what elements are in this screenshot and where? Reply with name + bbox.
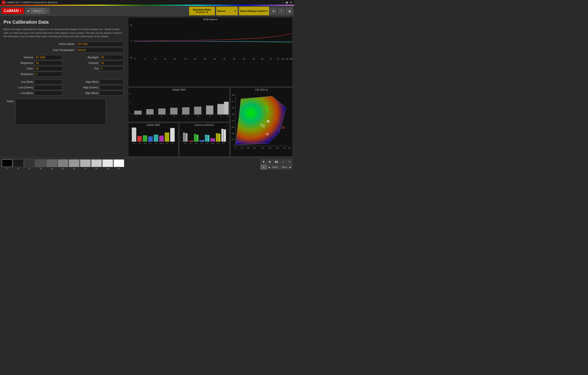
svg-rect-59	[148, 136, 153, 141]
source-dropdown[interactable]: Source ▼	[216, 7, 238, 15]
swatch-10[interactable]: 10	[13, 159, 24, 170]
ddc-dropdown[interactable]: Direct Display Control ▼	[239, 7, 269, 15]
history-tab[interactable]: History 1	[31, 8, 45, 14]
svg-rect-82	[200, 140, 202, 142]
help-button[interactable]: ?	[278, 8, 284, 14]
low-green-label: Low (Green):	[14, 86, 33, 89]
nav-prev-button[interactable]: ◀	[26, 8, 30, 14]
swatch-box-20[interactable]	[24, 159, 35, 167]
swatch-60[interactable]: 60	[69, 159, 80, 170]
svg-text:0.1: 0.1	[232, 139, 234, 141]
svg-marker-118	[236, 96, 286, 145]
svg-text:0.1: 0.1	[241, 147, 243, 149]
back-button[interactable]: ◀ Back	[267, 165, 280, 170]
svg-rect-45	[194, 107, 201, 115]
nav-stop-button[interactable]: ■	[261, 159, 266, 164]
current-patch-indicator[interactable]: ■	[261, 165, 267, 170]
svg-text:5: 5	[130, 102, 131, 105]
swatch-box-70[interactable]	[80, 159, 91, 167]
svg-text:0.7: 0.7	[232, 100, 234, 103]
add-tab-button[interactable]: +	[45, 8, 49, 14]
settings-button[interactable]: ⚙	[270, 8, 277, 14]
nav-pause-button[interactable]: ▮▮	[273, 159, 279, 164]
notes-label: Notes:	[3, 99, 14, 125]
nav-refresh-button[interactable]: ↻	[286, 159, 292, 164]
toolbar: CalMAN ▼ ◀ History 1 + Simulated Meter S…	[0, 5, 294, 16]
swatch-box-10[interactable]	[13, 159, 24, 167]
high-blue-input[interactable]	[100, 91, 123, 96]
low-green-input[interactable]	[34, 85, 62, 90]
svg-rect-63	[159, 136, 164, 141]
svg-text:0.5: 0.5	[269, 147, 272, 149]
rgb-balance-chart: RGB Balance 50 0 -50 0 5 10 15 20 25 30 …	[128, 17, 293, 87]
svg-rect-55	[137, 136, 142, 141]
swatch-box-80[interactable]	[91, 159, 102, 167]
title-bar: CM CalMAN 2017 CalMAN Professional for B…	[0, 0, 294, 5]
svg-text:40: 40	[214, 58, 216, 60]
history-tab-label: History 1	[33, 10, 42, 12]
low-red-row: Low (Red):	[3, 80, 62, 84]
svg-text:0: 0	[181, 140, 181, 142]
swatch-70[interactable]: 70	[80, 159, 91, 170]
swatch-100[interactable]: 100	[114, 159, 124, 170]
cie-chart: CIE 1931 xy	[230, 87, 293, 157]
high-green-label: High (Green):	[80, 86, 99, 89]
collapse-button[interactable]: ◀	[286, 8, 292, 14]
swatch-box-0[interactable]	[2, 159, 12, 167]
svg-text:-50: -50	[129, 56, 132, 58]
swatch-box-100[interactable]	[114, 159, 124, 167]
svg-rect-61	[154, 135, 158, 142]
high-red-input[interactable]	[100, 80, 123, 84]
brightness-input[interactable]	[34, 61, 62, 65]
high-green-input[interactable]	[100, 85, 123, 90]
picture-mode-input[interactable]	[76, 42, 123, 46]
svg-text:1: 1	[181, 128, 181, 129]
swatch-box-40[interactable]	[46, 159, 57, 167]
backlight-input[interactable]	[100, 55, 123, 60]
close-button[interactable]: ✕	[290, 1, 292, 4]
swatch-box-90[interactable]	[102, 159, 113, 167]
svg-text:20: 20	[161, 115, 162, 117]
swatch-50[interactable]: 50	[58, 159, 68, 170]
swatch-80[interactable]: 80	[91, 159, 102, 170]
svg-text:15: 15	[164, 58, 166, 60]
gamma-input[interactable]	[34, 55, 62, 60]
swatch-box-60[interactable]	[69, 159, 80, 167]
low-blue-input[interactable]	[34, 91, 62, 96]
cie-svg: 0.8 0.7 0.6 0.5 0.4 0.3 0.2 0.1 0 0 0.1 …	[231, 92, 293, 156]
next-button[interactable]: Next ▶	[280, 165, 292, 170]
low-green-row: Low (Green):	[3, 85, 62, 90]
swatch-30[interactable]: 30	[35, 159, 46, 170]
page-title: Pre Calibration Data	[3, 19, 123, 25]
svg-rect-77	[191, 141, 193, 142]
nav-loop-button[interactable]: ∞	[280, 159, 286, 164]
app-title: CalMAN 2017 CalMAN Professional for Busi…	[6, 1, 58, 4]
color-input[interactable]	[34, 66, 62, 71]
swatch-0[interactable]: 0	[2, 159, 12, 170]
swatch-20[interactable]: 20	[24, 159, 35, 170]
svg-text:0: 0	[131, 40, 132, 42]
minimize-button[interactable]: −	[282, 1, 284, 4]
nav-play-button[interactable]: ▶	[267, 159, 273, 164]
meter-dropdown[interactable]: Simulated Meter Simulated ▼	[189, 7, 215, 15]
svg-text:0.3: 0.3	[253, 147, 256, 149]
swatch-box-30[interactable]	[35, 159, 46, 167]
svg-text:0: 0	[137, 115, 137, 117]
contrast-input[interactable]	[100, 61, 123, 65]
tint-input[interactable]	[100, 66, 123, 71]
maximize-button[interactable]: ▣	[286, 1, 288, 4]
low-red-label: Low (Red):	[14, 80, 33, 84]
swatch-40[interactable]: 40	[46, 159, 57, 170]
swatch-90[interactable]: 90	[102, 159, 113, 170]
low-red-input[interactable]	[34, 80, 62, 84]
sharpness-input[interactable]	[34, 72, 62, 76]
swatch-box-50[interactable]	[58, 159, 68, 167]
color-temp-input[interactable]	[76, 48, 123, 53]
svg-text:Green: Green	[144, 142, 146, 144]
svg-rect-83	[202, 140, 204, 141]
svg-text:Green: Green	[195, 142, 198, 144]
brightness-label: Brightness:	[16, 62, 33, 64]
notes-textarea[interactable]	[15, 99, 106, 125]
calman-logo[interactable]: CalMAN ▼	[2, 8, 24, 14]
svg-rect-95	[224, 129, 226, 141]
